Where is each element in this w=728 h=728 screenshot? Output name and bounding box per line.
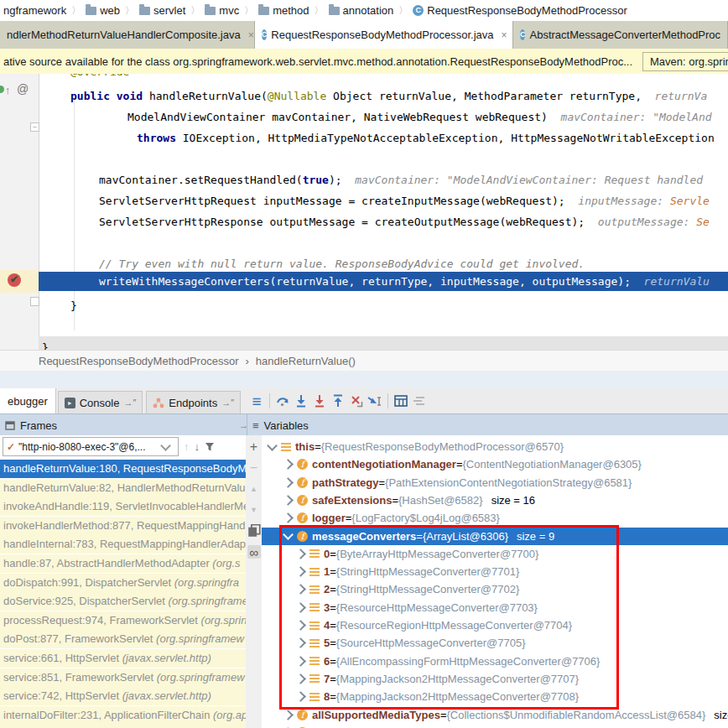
chevron-down-icon[interactable] <box>267 440 278 451</box>
evaluate-expression-button[interactable] <box>392 388 410 413</box>
breadcrumb-class[interactable]: RequestResponseBodyMethodProcessor <box>39 355 238 367</box>
layout-settings-button[interactable]: ≡ <box>247 388 266 413</box>
next-frame-button[interactable]: ↓ <box>195 440 200 453</box>
variable-value: {MappingJackson2HttpMessageConverter@770… <box>336 690 579 703</box>
step-over-button[interactable] <box>273 388 292 413</box>
frame-row[interactable]: handle:87, AbstractHandlerMethodAdapter … <box>0 554 247 573</box>
variable-row[interactable]: fallSupportedMediaTypes = {Collections$U… <box>262 706 728 724</box>
move-up-button[interactable]: ▲ <box>247 482 261 496</box>
toolbar-separator <box>387 393 388 408</box>
chevron-right-icon[interactable] <box>295 620 306 631</box>
implementing-marker-icon[interactable] <box>0 86 4 93</box>
editor-tab[interactable]: CAbstractMessageConverterMethodProc <box>513 21 728 49</box>
code-area[interactable]: writeWithMessageConverters(returnValue, … <box>39 74 728 350</box>
breadcrumb-item[interactable]: method <box>257 4 310 17</box>
variable-row[interactable]: 7 = {MappingJackson2HttpMessageConverter… <box>262 670 728 688</box>
editor-tab[interactable]: ndlerMethodReturnValueHandlerComposite.j… <box>0 21 255 49</box>
thread-selector[interactable]: ✓ "http-nio-8080-exec-3"@6,... <box>3 437 179 456</box>
variable-value: {ResourceRegionHttpMessageConverter@7704… <box>336 619 572 632</box>
tab-close-icon[interactable]: × <box>248 29 254 41</box>
breadcrumb-item[interactable]: annotation <box>327 4 396 17</box>
chevron-right-icon[interactable] <box>283 477 294 488</box>
chevron-right-icon[interactable] <box>283 495 294 506</box>
frame-row[interactable]: service:661, HttpServlet (javax.servlet.… <box>0 649 247 668</box>
equals-sign: = <box>330 601 336 614</box>
drop-frame-button[interactable] <box>347 388 366 413</box>
step-into-button[interactable] <box>292 388 310 413</box>
breadcrumb-item[interactable]: servlet <box>138 4 187 17</box>
frame-row[interactable]: service:851, FrameworkServlet (org.sprin… <box>0 668 247 687</box>
chevron-right-icon[interactable] <box>295 549 306 559</box>
variable-row[interactable]: 2 = {StringHttpMessageConverter@7702} <box>262 580 728 598</box>
chevron-right-icon[interactable] <box>295 602 306 613</box>
variable-row[interactable]: fcontentNegotiationManager = {ContentNeg… <box>262 455 728 473</box>
breadcrumb-item[interactable]: web <box>84 4 122 17</box>
variable-row[interactable]: fpathStrategy = {PathExtensionContentNeg… <box>262 474 728 491</box>
variable-row[interactable]: 0 = {ByteArrayHttpMessageConverter@7700} <box>262 545 728 563</box>
breadcrumb-item[interactable]: mvc <box>203 4 241 17</box>
breadcrumb-method[interactable]: handleReturnValue() <box>256 355 356 367</box>
variable-row[interactable]: 3 = {ResourceHttpMessageConverter@7703} <box>262 599 728 616</box>
chevron-right-icon[interactable] <box>283 512 294 523</box>
frame-row[interactable]: processRequest:974, FrameworkServlet (or… <box>0 611 247 630</box>
force-step-into-button[interactable] <box>310 388 329 413</box>
variable-row[interactable]: fsafeExtensions = {HashSet@6582}size = 1… <box>262 491 728 509</box>
code-line: ServletServerHttpRequest inputMessage = … <box>99 193 710 210</box>
run-to-cursor-button[interactable] <box>366 388 384 413</box>
move-down-button[interactable]: ▼ <box>247 503 261 517</box>
maven-library-button[interactable]: Maven: org.spring <box>642 52 728 71</box>
chevron-right-icon[interactable] <box>295 673 306 684</box>
tab-console[interactable]: ▸ Console →″ <box>58 391 143 413</box>
variable-row[interactable]: flogger = {LogFactory$Log4jLog@6583} <box>262 509 728 527</box>
variable-row[interactable]: fadvice = {RequestResponseBodyAdviceChai… <box>262 724 728 728</box>
frame-row[interactable]: doService:925, DispatcherServlet (org.sp… <box>0 592 247 611</box>
frame-row[interactable]: handleInternal:783, RequestMappingHandle… <box>0 535 247 554</box>
chevron-down-icon[interactable] <box>283 529 294 540</box>
add-watch-button[interactable]: + <box>247 440 261 454</box>
breakpoint-icon[interactable]: ✔ <box>8 273 21 287</box>
variable-row[interactable]: 1 = {StringHttpMessageConverter@7701} <box>262 563 728 580</box>
frame-row[interactable]: service:742, HttpServlet (javax.servlet.… <box>0 687 247 705</box>
override-marker-icon[interactable]: ↑ <box>5 84 11 96</box>
frame-row[interactable]: handleReturnValue:82, HandlerMethodRetur… <box>0 479 247 497</box>
layout-options-button[interactable] <box>410 388 429 413</box>
chevron-right-icon[interactable] <box>295 585 306 595</box>
variable-row[interactable]: this = {RequestResponseBodyMethodProcess… <box>262 438 728 455</box>
editor-gutter[interactable]: ↑ @ – ✔ <box>0 74 39 350</box>
equals-sign: = <box>440 709 447 721</box>
variable-row[interactable]: 6 = {AllEncompassingFormHttpMessageConve… <box>262 653 728 670</box>
variable-row[interactable]: 4 = {ResourceRegionHttpMessageConverter@… <box>262 616 728 634</box>
step-out-button[interactable] <box>329 388 347 413</box>
frame-row[interactable]: invokeAndHandle:119, ServletInvocableHan… <box>0 497 247 516</box>
show-watches-glasses-icon[interactable]: ∞ <box>247 545 261 559</box>
tab-endpoints[interactable]: Endpoints →″ <box>146 391 241 413</box>
duplicate-icon[interactable] <box>247 524 261 538</box>
tab-close-icon[interactable]: × <box>502 29 507 41</box>
frame-row[interactable]: internalDoFilter:231, ApplicationFilterC… <box>0 706 247 725</box>
remove-watch-button[interactable]: − <box>247 461 261 475</box>
breadcrumb-item[interactable]: CRequestResponseBodyMethodProcessor <box>411 4 628 17</box>
chevron-right-icon[interactable] <box>283 710 294 720</box>
chevron-right-icon[interactable] <box>295 566 306 577</box>
chevron-right-icon[interactable] <box>283 459 294 470</box>
frame-row[interactable]: invokeHandlerMethod:877, RequestMappingH… <box>0 517 247 535</box>
filter-icon[interactable] <box>205 442 215 452</box>
chevron-right-icon[interactable] <box>295 637 306 648</box>
variable-value: {ArrayList@6306} <box>423 530 508 543</box>
code-editor[interactable]: ↑ @ – ✔ writeWithMessageConverters(retur… <box>0 74 728 350</box>
frame-row[interactable]: doFilter:166, ApplicationFilterChain (or… <box>0 725 247 728</box>
breadcrumb-item[interactable]: ngframework <box>2 4 68 17</box>
value-icon <box>309 621 320 630</box>
variable-row[interactable]: fmessageConverters = {ArrayList@6306}siz… <box>262 528 728 545</box>
frame-row[interactable]: handleReturnValue:180, RequestResponseBo… <box>0 460 247 478</box>
frame-row[interactable]: doDispatch:991, DispatcherServlet (org.s… <box>0 574 247 592</box>
splitter-band[interactable] <box>0 371 728 388</box>
frame-row[interactable]: doPost:877, FrameworkServlet (org.spring… <box>0 630 247 648</box>
editor-tab[interactable]: CRequestResponseBodyMethodProcessor.java… <box>255 21 513 49</box>
chevron-right-icon[interactable] <box>295 656 306 667</box>
tab-debugger[interactable]: ebugger <box>0 388 56 413</box>
variable-row[interactable]: 8 = {MappingJackson2HttpMessageConverter… <box>262 688 728 705</box>
chevron-right-icon[interactable] <box>295 691 306 702</box>
prev-frame-button[interactable]: ↑ <box>184 440 190 453</box>
variable-row[interactable]: 5 = {SourceHttpMessageConverter@7705} <box>262 634 728 652</box>
